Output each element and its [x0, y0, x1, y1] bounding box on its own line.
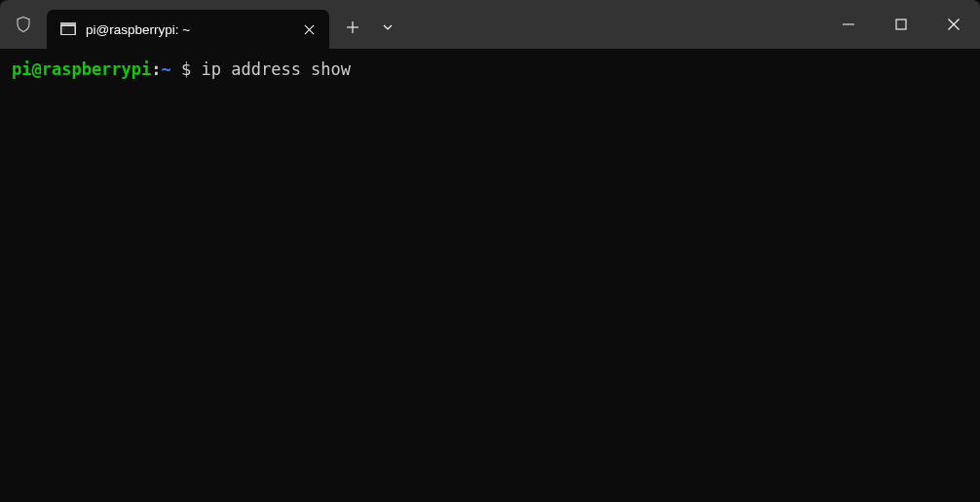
svg-rect-8	[896, 19, 906, 29]
command-text: ip address show	[202, 58, 352, 82]
tab-actions	[329, 0, 405, 49]
titlebar-left: pi@raspberrypi: ~	[0, 0, 329, 49]
maximize-button[interactable]	[875, 0, 927, 49]
svg-rect-1	[60, 22, 76, 25]
prompt-line: pi@raspberrypi:~ $ ip address show	[12, 58, 968, 82]
prompt-symbol: $	[171, 58, 202, 82]
shield-icon	[14, 15, 33, 34]
prompt-path: ~	[162, 58, 171, 82]
svg-rect-2	[62, 26, 75, 34]
tab-dropdown-button[interactable]	[370, 10, 405, 45]
tab-title: pi@raspberrypi: ~	[86, 22, 290, 37]
close-tab-button[interactable]	[300, 20, 318, 38]
window-controls	[822, 0, 980, 49]
prompt-user-host: pi@raspberrypi	[12, 58, 151, 82]
titlebar: pi@raspberrypi: ~	[0, 0, 980, 49]
prompt-colon: :	[151, 58, 161, 82]
new-tab-button[interactable]	[335, 10, 370, 45]
close-window-button[interactable]	[927, 0, 980, 49]
minimize-button[interactable]	[822, 0, 875, 49]
tab-terminal[interactable]: pi@raspberrypi: ~	[47, 10, 329, 49]
terminal-icon	[60, 21, 76, 37]
terminal-body[interactable]: pi@raspberrypi:~ $ ip address show	[0, 49, 980, 92]
